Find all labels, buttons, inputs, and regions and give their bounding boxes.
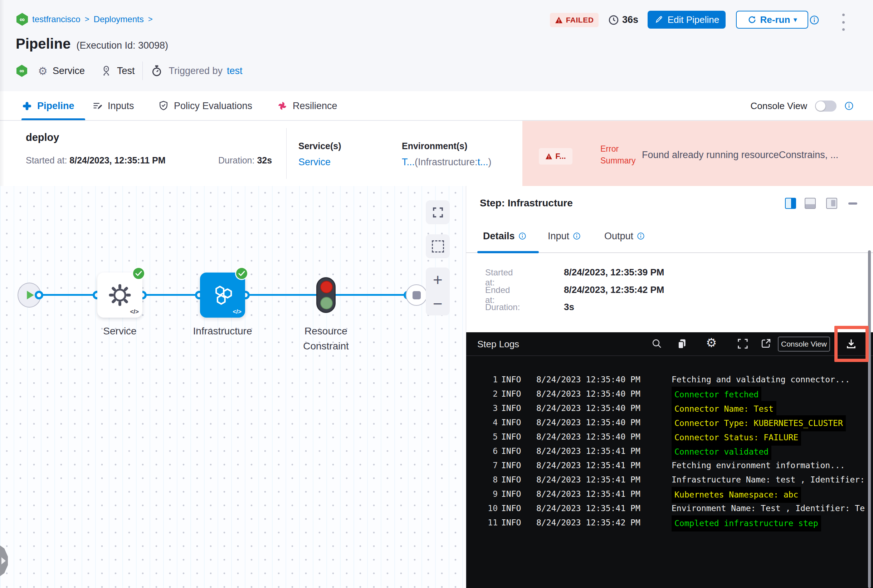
rerun-info-icon[interactable]	[809, 15, 819, 25]
pipeline-graph-canvas[interactable]: </> </> Service Infrastructure	[0, 186, 466, 588]
error-summary-text: Found already running resourceConstrains…	[642, 150, 838, 160]
edge-start-service	[39, 294, 97, 296]
stop-square	[413, 291, 421, 299]
rerun-button[interactable]: Re-run ▾	[736, 11, 808, 28]
environment-link[interactable]: T...	[402, 157, 415, 167]
detail-duration-label: Duration:	[485, 302, 520, 312]
tab-output-label: Output	[604, 231, 633, 242]
service-step-node[interactable]: </>	[97, 273, 143, 318]
error-summary-label: Error Summary	[600, 143, 636, 166]
log-line: 9 INFO 8/24/2023 12:35:41 PM Kubernetes …	[466, 487, 873, 501]
panel-scrollbar[interactable]	[868, 250, 871, 588]
console-view-label: Console View	[750, 100, 807, 112]
tab-policy-label: Policy Evaluations	[174, 100, 252, 112]
log-line-number: 1	[481, 372, 498, 387]
search-icon[interactable]	[651, 338, 663, 350]
tab-policy-evaluations[interactable]: Policy Evaluations	[158, 91, 252, 120]
traffic-light-red	[320, 281, 333, 293]
step-detail-tabs: Details Input Output	[466, 225, 873, 253]
log-level: INFO	[501, 515, 521, 530]
toggle-knob	[816, 101, 825, 111]
selection-icon	[432, 240, 444, 252]
log-message: Connector Name: Test	[672, 401, 777, 417]
stopwatch-icon	[151, 65, 163, 77]
more-options-menu[interactable]	[840, 13, 846, 32]
log-line-number: 5	[481, 429, 498, 444]
triggered-by-user-link[interactable]: test	[227, 66, 243, 76]
layout-bottom-pane-icon[interactable]	[805, 198, 816, 209]
tab-inputs-label: Inputs	[108, 100, 134, 112]
step-logs-console: Step Logs ⚙	[466, 332, 873, 588]
header-actions: FAILED 36s Edit Pipeline	[0, 0, 873, 39]
active-detail-tab-underline	[477, 251, 539, 253]
started-label: Started at:	[26, 155, 67, 165]
settings-gear-icon[interactable]: ⚙	[706, 336, 717, 349]
detail-duration-value: 3s	[564, 302, 574, 313]
fullscreen-icon[interactable]	[737, 338, 749, 350]
stage-summary-bar: deploy Started at: 8/24/2023, 12:35:11 P…	[0, 121, 873, 186]
download-logs-icon[interactable]	[845, 338, 858, 351]
infrastructure-link[interactable]: t...	[478, 157, 488, 167]
infrastructure-step-node[interactable]: </>	[200, 273, 245, 318]
open-external-icon[interactable]	[760, 338, 772, 349]
canvas-select-button[interactable]	[426, 234, 450, 258]
pipeline-end-node[interactable]	[406, 284, 427, 306]
log-message: Fetching environment information...	[672, 458, 845, 472]
infinity-glyph: ∞	[20, 67, 24, 75]
tab-resilience[interactable]: Resilience	[277, 91, 337, 120]
zoom-in-button[interactable]: +	[433, 272, 443, 288]
log-timestamp: 8/24/2023 12:35:40 PM	[536, 372, 640, 387]
canvas-fullscreen-button[interactable]	[426, 200, 450, 224]
layout-right-pane-icon[interactable]	[785, 198, 796, 209]
environments-value: T...(Infrastructure:t...)	[402, 157, 491, 168]
tab-inputs[interactable]: Inputs	[92, 91, 134, 120]
edit-pipeline-button[interactable]: Edit Pipeline	[648, 11, 726, 28]
step-logs-header: Step Logs ⚙	[466, 332, 873, 356]
minimize-panel-icon[interactable]	[848, 202, 857, 205]
tab-input[interactable]: Input	[548, 225, 581, 247]
tab-pipeline[interactable]: Pipeline	[22, 91, 74, 120]
log-timestamp: 8/24/2023 12:35:41 PM	[536, 472, 640, 487]
log-timestamp: 8/24/2023 12:35:41 PM	[536, 501, 640, 515]
expand-sidebar-chevron[interactable]	[0, 546, 8, 576]
detail-started-value: 8/24/2023, 12:35:39 PM	[564, 267, 664, 278]
services-label: Service(s)	[298, 141, 341, 151]
zoom-out-button[interactable]: −	[433, 296, 443, 312]
pipeline-meta-row: ∞ ⚙ Service Test	[17, 64, 243, 78]
code-glyph: </>	[130, 308, 139, 315]
environment-infra-text: (Infrastructure:	[415, 157, 478, 167]
resource-constraint-node[interactable]	[316, 277, 336, 313]
console-view-toggle[interactable]	[815, 100, 837, 112]
divider	[286, 128, 287, 179]
execution-id: (Execution Id: 30098)	[76, 40, 168, 51]
status-badge: FAILED	[550, 13, 599, 27]
environments-label: Environment(s)	[402, 141, 467, 151]
page-header: ∞ testfrancisco > Deployments > Pipeline…	[0, 0, 873, 91]
log-line: 3 INFO 8/24/2023 12:35:40 PM Connector N…	[466, 401, 873, 415]
logs-console-view-button[interactable]: Console View	[778, 336, 830, 352]
canvas-zoom-panel: + −	[426, 267, 450, 315]
tab-details[interactable]: Details	[483, 225, 526, 247]
edge-infrastructure-constraint	[245, 294, 316, 296]
tab-resilience-label: Resilience	[293, 100, 337, 112]
hexagons-icon	[210, 282, 235, 308]
node-label-infrastructure: Infrastructure	[193, 326, 252, 337]
console-view-info-icon[interactable]	[844, 101, 854, 111]
log-line: 11 INFO 8/24/2023 12:35:42 PM Completed …	[466, 515, 873, 530]
error-badge-text: F...	[555, 152, 566, 161]
services-value: Service	[298, 157, 331, 168]
rerun-icon	[747, 15, 757, 24]
tab-output[interactable]: Output	[604, 225, 645, 247]
stage-name: deploy	[26, 132, 59, 143]
log-timestamp: 8/24/2023 12:35:41 PM	[536, 487, 640, 501]
copy-icon[interactable]	[676, 338, 688, 350]
gear-icon	[107, 282, 132, 308]
error-status-badge: F...	[539, 148, 572, 165]
service-link[interactable]: Service	[298, 157, 331, 167]
log-level: INFO	[501, 387, 521, 401]
log-line: 8 INFO 8/24/2023 12:35:41 PM Infrastruct…	[466, 472, 873, 487]
step-panel-title: Step: Infrastructure	[480, 197, 573, 209]
log-line-number: 8	[481, 472, 498, 487]
layout-floating-pane-icon[interactable]	[826, 198, 837, 209]
started-value: 8/24/2023, 12:35:11 PM	[69, 155, 165, 165]
